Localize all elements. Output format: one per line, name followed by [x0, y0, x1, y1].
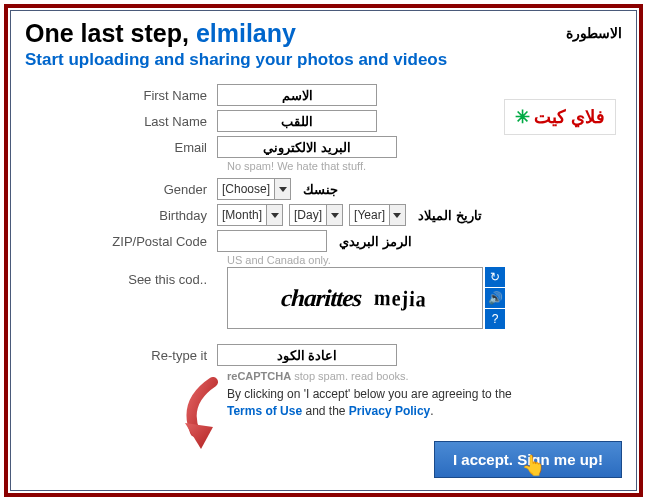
page-title: One last step, elmilany [25, 19, 296, 48]
arabic-annotation-top: الاسطورة [566, 25, 622, 41]
outer-frame: One last step, elmilany الاسطورة Start u… [4, 4, 643, 497]
firstname-input[interactable] [217, 84, 377, 106]
signup-form: First Name Last Name Email No spam! We h… [25, 84, 622, 420]
captcha-word-1: charittes [281, 285, 363, 312]
chevron-down-icon [266, 205, 282, 225]
chevron-down-icon [389, 205, 405, 225]
captcha-word-2: mejia [373, 284, 427, 311]
captcha-refresh-button[interactable]: ↻ [485, 267, 505, 287]
captcha-help-button[interactable]: ? [485, 309, 505, 329]
zip-hint: US and Canada only. [227, 254, 622, 266]
gender-selected: [Choose] [218, 182, 274, 196]
inner-panel: One last step, elmilany الاسطورة Start u… [10, 10, 637, 491]
captcha-audio-button[interactable]: 🔊 [485, 288, 505, 308]
agree-text: By clicking on 'I accept' below you are … [227, 386, 622, 420]
zip-ar: الرمز البريدي [339, 234, 412, 249]
email-hint: No spam! We hate that stuff. [227, 160, 622, 172]
privacy-link[interactable]: Privacy Policy [349, 404, 430, 418]
lastname-input[interactable] [217, 110, 377, 132]
lastname-label: Last Name [25, 114, 217, 129]
zip-label: ZIP/Postal Code [25, 234, 217, 249]
title-prefix: One last step, [25, 19, 196, 47]
birthday-month-select[interactable]: [Month] [217, 204, 283, 226]
chevron-down-icon [326, 205, 342, 225]
zip-input[interactable] [217, 230, 327, 252]
gender-ar: جنسك [303, 182, 338, 197]
username: elmilany [196, 19, 296, 47]
birthday-day-select[interactable]: [Day] [289, 204, 343, 226]
accept-button[interactable]: I accept. Sign me up! [434, 441, 622, 478]
email-input[interactable] [217, 136, 397, 158]
chevron-down-icon [274, 179, 290, 199]
captcha-label: See this cod.. [25, 272, 217, 287]
gender-label: Gender [25, 182, 217, 197]
gender-select[interactable]: [Choose] [217, 178, 291, 200]
recaptcha-brand: reCAPTCHA [227, 370, 291, 382]
birthday-label: Birthday [25, 208, 217, 223]
captcha-image: charittes mejia [227, 267, 483, 329]
birthday-year-select[interactable]: [Year] [349, 204, 406, 226]
recaptcha-hint: reCAPTCHA stop spam. read books. [227, 370, 622, 382]
firstname-label: First Name [25, 88, 217, 103]
retype-label: Re-type it [25, 348, 217, 363]
birthday-ar: تاريخ الميلاد [418, 208, 482, 223]
email-label: Email [25, 140, 217, 155]
retype-input[interactable] [217, 344, 397, 366]
subtitle: Start uploading and sharing your photos … [25, 50, 622, 70]
captcha-controls: ↻ 🔊 ? [485, 267, 505, 330]
terms-link[interactable]: Terms of Use [227, 404, 302, 418]
